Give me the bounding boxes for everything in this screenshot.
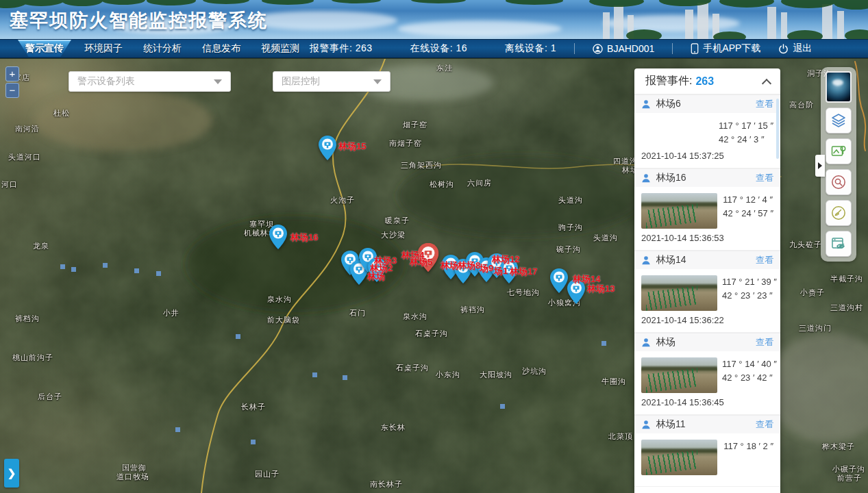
map-place-label: 泉水沟 — [267, 294, 292, 305]
nav-tab[interactable]: 警示宣传 — [15, 40, 74, 58]
pin-label: 林场13 — [587, 283, 615, 295]
alarm-event-item[interactable]: 林场11 查看 117 ° 18 ′ 2 ″ — [634, 415, 780, 487]
search-area-button[interactable] — [826, 169, 852, 195]
event-coordinates: 117 ° 21 ′ 39 ″ 42 ° 23 ′ 23 ″ — [722, 275, 778, 311]
alarm-event-item[interactable]: 林场6 查看 117 ° 17 ′ 15 ″ 42 ° 24 ′ 3 ″ 202… — [634, 94, 780, 168]
map-toolbar — [821, 67, 856, 262]
person-icon — [641, 99, 651, 109]
event-thumbnail[interactable] — [641, 193, 717, 229]
map-place-label: 园山子 — [255, 469, 280, 479]
device-pin[interactable] — [319, 136, 336, 160]
user-menu[interactable]: BJAHD001 — [593, 43, 654, 54]
panel-collapse-handle[interactable] — [815, 155, 825, 177]
person-icon — [641, 173, 651, 183]
map-place-label: 南河沿 — [15, 124, 40, 134]
nav-tab[interactable]: 统计分析 — [133, 40, 192, 58]
window-hide-eye-icon — [830, 236, 847, 252]
map-place-label: 小东沟 — [436, 370, 460, 380]
app-header: 塞罕坝防火智能监控报警系统 — [0, 0, 868, 39]
event-body: 117 ° 21 ′ 39 ″ 42 ° 23 ′ 23 ″ — [634, 269, 780, 314]
main-nav: 警示宣传环境因子统计分析信息发布视频监测 报警事件: 263在线设备: 16离线… — [0, 39, 868, 58]
map-place-label: 头道沟 — [593, 233, 618, 243]
camera-pin-icon — [269, 225, 287, 249]
alarm-panel-header: 报警事件: 263 — [634, 68, 780, 94]
map-annotate-button[interactable] — [826, 138, 852, 164]
clear-map-button[interactable] — [826, 200, 852, 226]
map-place-label: 后台子 — [38, 392, 62, 402]
map-place-label: 大阳坡沟 — [480, 370, 512, 380]
nav-tab[interactable]: 视频监测 — [251, 40, 310, 58]
left-panel-expand-button[interactable]: ❯ — [4, 459, 19, 488]
basemap-globe-button[interactable] — [826, 71, 852, 103]
map-place-label: 石桌子沟 — [396, 363, 429, 373]
nav-divider — [672, 43, 673, 54]
nav-right: 报警事件: 263在线设备: 16离线设备: 1 BJAHD001 手机APP下… — [310, 40, 868, 58]
alarm-event-item[interactable]: 林场14 查看 117 ° 21 ′ 39 ″ 42 ° 23 ′ 23 ″ 2… — [634, 251, 780, 333]
map-place-label: 前营子 — [837, 473, 862, 483]
chevron-up-icon[interactable] — [761, 76, 772, 87]
device-pin[interactable] — [550, 268, 568, 293]
panel-scrollbar[interactable] — [776, 99, 779, 159]
logout-button[interactable]: 退出 — [778, 42, 812, 55]
nav-tabs: 警示宣传环境因子统计分析信息发布视频监测 — [15, 40, 310, 58]
zoom-in-button[interactable]: + — [5, 66, 19, 81]
longitude: 117 ° 14 ′ 40 ″ — [722, 357, 777, 371]
person-icon — [641, 255, 651, 265]
map-dropdown[interactable]: 图层控制 — [273, 71, 390, 92]
longitude: 117 ° 18 ′ 2 ″ — [723, 440, 773, 453]
map-place-label: 龙泉 — [33, 241, 49, 251]
map-place-label: 半截子沟 — [830, 274, 863, 284]
view-link[interactable]: 查看 — [756, 418, 773, 431]
alarm-event-item[interactable]: 林场16 查看 117 ° 12 ′ 4 ″ 42 ° 24 ′ 57 ″ 20… — [634, 168, 780, 251]
map-place-label: 松树沟 — [430, 179, 454, 190]
app-root: 塞罕坝防火智能监控报警系统 警示宣传环境因子统计分析信息发布视频监测 报警事件:… — [0, 0, 868, 493]
event-coordinates: 117 ° 14 ′ 40 ″ 42 ° 23 ′ 42 ″ — [722, 357, 778, 393]
nav-stats: 报警事件: 263在线设备: 16离线设备: 1 — [310, 42, 556, 55]
chevron-down-icon — [214, 79, 222, 84]
map-place-label: 六间房 — [467, 178, 492, 188]
camera-pin-icon — [319, 136, 336, 160]
map-dropdown[interactable]: 警示设备列表 — [69, 71, 231, 92]
layers-button[interactable] — [826, 108, 852, 134]
pin-label: 林场 — [441, 260, 458, 272]
alarm-event-item[interactable]: 林场 查看 117 ° 14 ′ 40 ″ 42 ° 23 ′ 42 ″ 202… — [634, 333, 780, 415]
event-header: 林场11 查看 — [634, 415, 780, 433]
device-pin[interactable] — [269, 225, 287, 249]
pin-label: 林场12 — [492, 253, 519, 266]
map-place-label: 三角架西沟 — [401, 160, 442, 170]
nav-divider — [574, 43, 575, 54]
map-place-label: 七号地沟 — [507, 288, 540, 298]
event-thumbnail[interactable] — [641, 357, 717, 393]
longitude: 117 ° 12 ′ 4 ″ — [723, 193, 773, 207]
map-place-label: 九头砬子 — [789, 240, 822, 250]
panel-title: 报警事件: — [645, 74, 692, 88]
zoom-controls: + − — [5, 66, 19, 99]
event-thumbnail[interactable] — [641, 440, 717, 475]
broom-icon — [830, 205, 847, 221]
event-timestamp: 2021-10-14 15:36:53 — [634, 231, 780, 250]
view-link[interactable]: 查看 — [756, 254, 773, 266]
map-place-label: 小井 — [163, 308, 179, 318]
app-title: 塞罕坝防火智能监控报警系统 — [10, 8, 268, 33]
pin-label: 林场 — [367, 270, 385, 283]
event-thumbnail[interactable] — [641, 275, 717, 311]
view-link[interactable]: 查看 — [756, 336, 773, 349]
event-body: 117 ° 12 ′ 4 ″ 42 ° 24 ′ 57 ″ — [634, 187, 780, 231]
event-name: 林场11 — [656, 418, 686, 431]
latitude: 42 ° 23 ′ 23 ″ — [722, 289, 777, 303]
alarm-event-list: 林场6 查看 117 ° 17 ′ 15 ″ 42 ° 24 ′ 3 ″ 202… — [634, 94, 780, 487]
map-place-label: 桦木梁子 — [822, 442, 855, 452]
nav-tab[interactable]: 信息发布 — [192, 40, 251, 58]
map-place-label: 东长林 — [381, 422, 406, 433]
map-place-label: 河口 — [1, 179, 18, 190]
map-place-label: 烟子窑 — [403, 120, 427, 130]
app-download-button[interactable]: 手机APP下载 — [691, 42, 760, 55]
nav-stat: 报警事件: 263 — [310, 42, 373, 55]
view-link[interactable]: 查看 — [756, 172, 773, 184]
map-place-label: 桃山前沟子 — [12, 353, 53, 363]
zoom-out-button[interactable]: − — [5, 83, 19, 98]
nav-tab[interactable]: 环境因子 — [74, 40, 133, 58]
view-link[interactable]: 查看 — [756, 98, 773, 110]
hide-window-button[interactable] — [826, 231, 852, 257]
pin-label: 林场15 — [338, 140, 366, 153]
